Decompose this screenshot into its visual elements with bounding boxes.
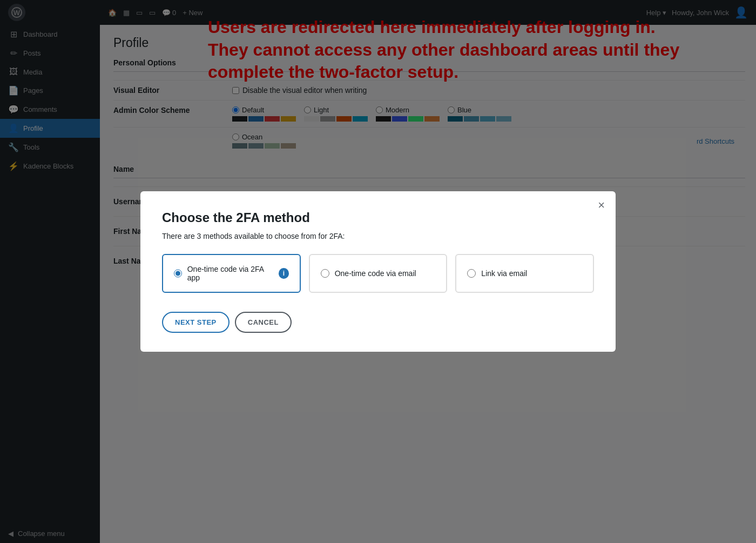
method-label-email-code: One-time code via email bbox=[335, 269, 416, 278]
method-option-email-code[interactable]: One-time code via email bbox=[309, 254, 448, 293]
main-wrap: 🏠 ▦ ▭ ▭ 💬 0 + New Help ▾ Howdy, John Wic… bbox=[100, 0, 756, 543]
modal-subtitle: There are 3 methods available to choose … bbox=[162, 232, 594, 240]
modal-overlay: × Choose the 2FA method There are 3 meth… bbox=[100, 0, 756, 543]
method-radio-email-link[interactable] bbox=[467, 269, 476, 278]
method-label-email-link: Link via email bbox=[481, 269, 527, 278]
cancel-button[interactable]: CANCEL bbox=[235, 312, 292, 333]
method-label-app: One-time code via 2FA app bbox=[187, 265, 272, 282]
modal-dialog: × Choose the 2FA method There are 3 meth… bbox=[140, 191, 616, 352]
method-radio-email-code[interactable] bbox=[321, 269, 329, 278]
method-options: One-time code via 2FA app i One-time cod… bbox=[162, 254, 594, 293]
method-option-app[interactable]: One-time code via 2FA app i bbox=[162, 254, 301, 293]
method-radio-app[interactable] bbox=[174, 269, 182, 278]
modal-title: Choose the 2FA method bbox=[162, 210, 594, 225]
modal-close-button[interactable]: × bbox=[598, 199, 605, 211]
modal-actions: NEXT STEP CANCEL bbox=[162, 312, 594, 333]
next-step-button[interactable]: NEXT STEP bbox=[162, 312, 230, 333]
method-option-email-link[interactable]: Link via email bbox=[455, 254, 594, 293]
info-badge-app: i bbox=[279, 268, 288, 279]
